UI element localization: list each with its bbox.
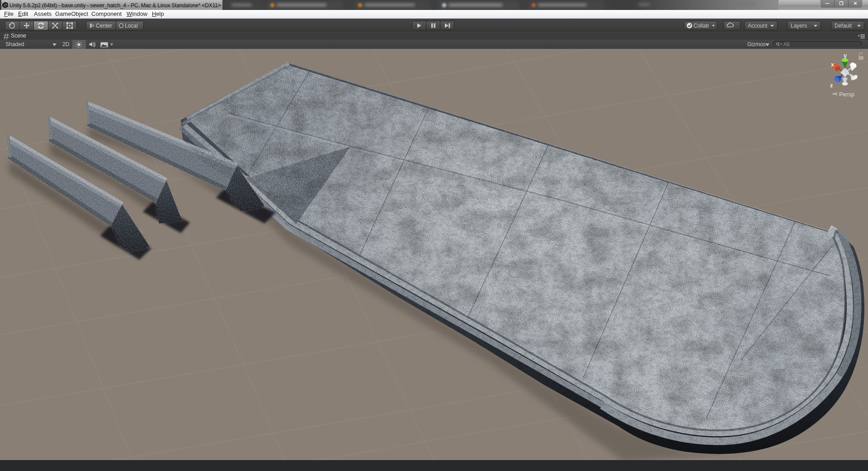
svg-text:z: z bbox=[830, 82, 833, 89]
svg-text:Layers: Layers bbox=[791, 23, 807, 29]
svg-text:x: x bbox=[831, 61, 835, 68]
svg-text:Account: Account bbox=[748, 23, 768, 29]
svg-text:Center: Center bbox=[96, 23, 112, 29]
svg-text:Collab: Collab bbox=[693, 23, 709, 29]
svg-text:y: y bbox=[844, 52, 847, 59]
svg-text:Local: Local bbox=[125, 23, 138, 29]
svg-text:Default: Default bbox=[835, 23, 852, 29]
svg-text:Persp: Persp bbox=[839, 91, 854, 98]
